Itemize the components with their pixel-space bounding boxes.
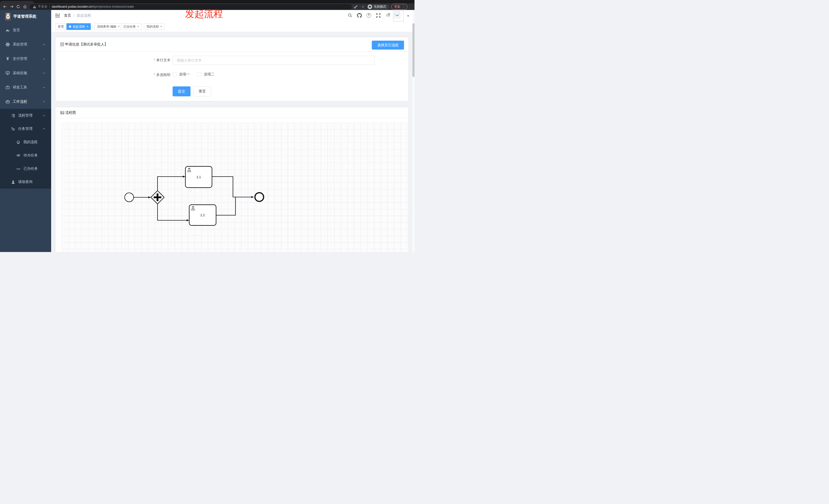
password-key-icon[interactable] — [354, 5, 358, 9]
sidebar-item-home[interactable]: 首页 — [0, 23, 51, 37]
user-icon — [11, 180, 15, 184]
bookmark-star-icon[interactable]: ☆ — [361, 5, 365, 9]
checkbox-option-2[interactable] — [197, 72, 202, 76]
close-icon[interactable]: × — [118, 25, 120, 28]
gear-icon — [6, 42, 10, 46]
choose-other-process-button[interactable]: 选择其它流程 — [372, 41, 404, 49]
sidebar-item-task-mgmt[interactable]: 任务管理 — [0, 122, 51, 135]
document-icon — [60, 42, 64, 46]
image-icon — [60, 111, 64, 115]
flow-task2-join — [216, 197, 236, 215]
tree-icon — [11, 127, 15, 131]
sidebar-item-label: 任务管理 — [18, 126, 33, 131]
home-icon[interactable] — [22, 4, 28, 9]
active-dot — [69, 26, 71, 28]
checkbox-group: 选项一 选项二 — [173, 72, 222, 77]
font-size-icon[interactable]: TT — [386, 13, 390, 17]
tab-label: 流程表单-编辑 — [97, 25, 116, 29]
bpmn-start-event[interactable] — [125, 193, 134, 202]
checkbox-option-1[interactable] — [173, 72, 177, 76]
checkbox-label[interactable]: 选项二 — [204, 72, 215, 77]
sidebar-item-process-mgmt[interactable]: 流程管理 — [0, 109, 51, 122]
checkbox-label[interactable]: 选项一 — [179, 72, 190, 77]
chevron-down-icon — [42, 86, 45, 89]
sidebar-item-workflow[interactable]: 工作流程 — [0, 94, 51, 109]
main-content: 申请信息【测试多审批人】 选择其它流程 *单行文本 *多选框组 选项一 选项二 … — [51, 32, 414, 252]
close-icon[interactable]: × — [137, 25, 139, 28]
sidebar-item-my-process[interactable]: 我的流程 — [0, 135, 51, 149]
chevron-down-icon — [42, 57, 45, 60]
eye-icon — [16, 154, 21, 157]
sidebar-item-label: 流程管理 — [18, 113, 33, 118]
avatar[interactable] — [393, 11, 404, 22]
sidebar-item-done-tasks[interactable]: 已办任务 — [0, 162, 51, 175]
bpmn-diagram: 1.1 1.2 — [62, 123, 407, 252]
url-host: dashboard.yudao.iocoder.cn — [52, 5, 92, 8]
card-title: 申请信息【测试多审批人】 — [65, 42, 108, 47]
bpmn-user-task-1-2[interactable]: 1.2 — [189, 205, 216, 225]
bpmn-end-event[interactable] — [255, 193, 264, 201]
tab-process-form-edit[interactable]: 流程表单-编辑 × — [94, 23, 122, 30]
sidebar-item-label: 系统管理 — [13, 42, 27, 47]
required-asterisk: * — [154, 58, 155, 62]
bpmn-user-task-1-1[interactable]: 1.1 — [185, 166, 212, 188]
close-icon[interactable]: × — [160, 25, 162, 28]
briefcase-icon — [6, 100, 10, 104]
sidebar-item-devtools[interactable]: 研发工具 — [0, 80, 51, 94]
question-icon[interactable]: ? — [366, 13, 371, 17]
reload-icon[interactable] — [15, 4, 22, 9]
tab-start-process[interactable]: 发起流程 × — [67, 23, 91, 30]
sidebar-item-infra[interactable]: 基础设施 — [0, 66, 51, 80]
process-diagram-card: 流程图 — [55, 107, 409, 252]
tab-label: 首页 — [58, 25, 64, 29]
tab-label: 发起流程 — [73, 25, 85, 29]
breadcrumb-home[interactable]: 首页 — [64, 13, 71, 18]
forward-icon[interactable] — [8, 4, 15, 9]
field-label-text: *单行文本 — [127, 57, 171, 63]
browser-tabstrip — [0, 0, 414, 3]
flow-gateway-to-task1 — [157, 177, 185, 191]
monitor-icon — [6, 71, 10, 75]
github-icon[interactable] — [357, 13, 362, 18]
sidebar-item-system[interactable]: 系统管理 — [0, 37, 51, 52]
scrollbar-thumb[interactable] — [412, 23, 414, 77]
logo-image — [5, 13, 11, 21]
sidebar-item-payment[interactable]: ¥ 支付管理 — [0, 52, 51, 66]
back-icon[interactable] — [2, 4, 8, 9]
tab-label: 我的流程 — [146, 25, 159, 29]
sidebar-item-todo-tasks[interactable]: 待办任务 — [0, 149, 51, 162]
chevron-down-icon[interactable]: ▾ — [407, 14, 409, 17]
flow-task1-to-end — [212, 177, 254, 197]
chevron-up-icon — [42, 100, 45, 103]
sidebar-collapse-icon[interactable] — [55, 13, 60, 18]
reset-button[interactable]: 重置 — [193, 86, 211, 96]
bpmn-parallel-gateway[interactable] — [151, 191, 164, 204]
close-icon[interactable]: × — [86, 25, 88, 28]
search-icon[interactable] — [348, 13, 352, 17]
bpmn-canvas[interactable]: 1.1 1.2 — [62, 123, 407, 252]
sidebar-item-label: 研发工具 — [13, 85, 27, 90]
submit-button[interactable]: 提交 — [173, 86, 190, 96]
sidebar-item-leave-query[interactable]: 请假查询 — [0, 175, 51, 189]
navbar: 首页 / 发起流程 ? TT ▾ — [51, 10, 414, 22]
breadcrumb: 首页 / 发起流程 — [64, 13, 91, 18]
browser-update-button[interactable]: 更新 ⋮ — [391, 4, 407, 10]
scrollbar[interactable] — [412, 10, 414, 252]
tab-my-process[interactable]: 我的流程 × — [144, 23, 165, 30]
sidebar-item-label: 请假查询 — [18, 180, 33, 184]
tab-home[interactable]: 首页 — [55, 23, 67, 30]
update-label: 更新 — [394, 5, 400, 9]
incognito-icon — [368, 5, 372, 9]
task-label: 1.1 — [196, 175, 201, 179]
chevron-down-icon — [42, 114, 45, 117]
fullscreen-icon[interactable] — [376, 13, 381, 18]
browser-menu-icon[interactable]: ⋮ — [402, 5, 405, 8]
tab-done-tasks[interactable]: 已办任务 × — [121, 23, 142, 30]
security-warning-icon[interactable] — [33, 5, 36, 8]
incognito-label: 无痕模式 — [374, 5, 386, 9]
tags-bar: 首页 发起流程 × 流程表单-编辑 × 已办任务 × 我的流程 × — [51, 22, 414, 32]
browser-active-tab[interactable] — [0, 1, 34, 3]
list-tree-icon — [11, 114, 15, 118]
sidebar-item-label: 我的流程 — [23, 140, 38, 144]
single-line-text-input[interactable] — [173, 56, 375, 65]
